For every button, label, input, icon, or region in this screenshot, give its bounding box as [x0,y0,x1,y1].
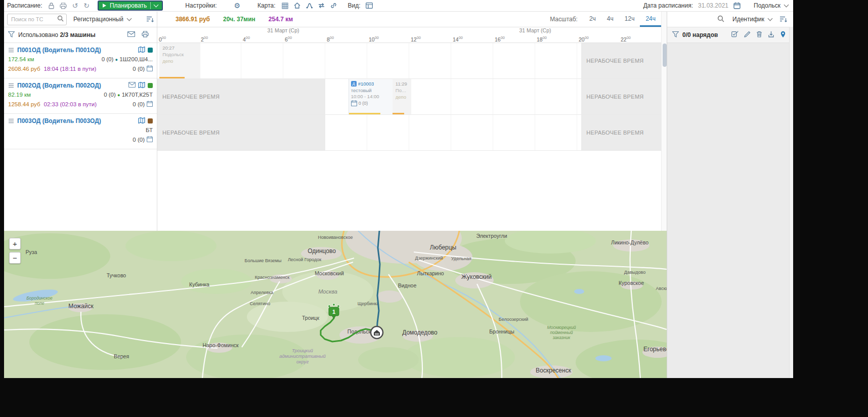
sort-icon[interactable] [780,16,787,22]
map-label: Видное [398,282,417,288]
order-type-badge: Д [351,81,357,87]
vehicle-search-input[interactable] [10,16,57,23]
schedule-label: Расписание: [7,2,42,9]
vehicle-color-badge [148,48,153,53]
vehicle-depot-count: 0 (0) [133,101,153,108]
timeline-date-header: 31 Март (Ср) [409,27,661,34]
scale-option-12ч[interactable]: 12ч [619,12,640,27]
vehicle-name-link[interactable]: П001ОД (Водитель П001ОД) [17,47,135,54]
totals-row: 3866.91 руб 20ч. 37мин 254.7 км Масштаб:… [157,12,661,27]
plan-button[interactable]: Планировать [98,1,163,11]
order-identifier-dropdown[interactable]: Идентифик [732,16,772,23]
scale-option-24ч[interactable]: 24ч [640,12,661,27]
drag-handle-icon[interactable] [8,118,14,123]
view-icon[interactable] [366,3,373,9]
order-block[interactable]: Д#10003тестовый10:00 - 14:000 (0) [349,79,393,114]
print-icon[interactable] [60,3,67,9]
vehicle-orders-tags: БТ [146,127,153,133]
timeline-hour-label: 1600 [495,35,505,43]
scrollbar-thumb[interactable] [663,44,667,67]
calendar-icon[interactable] [733,2,741,9]
schedule-date-value[interactable]: 31.03.2021 [698,2,728,9]
map-canvas[interactable]: РузаМожайскБородинскоеполеТучковоКубинка… [4,231,667,378]
timeline-hour-label: 1000 [369,35,379,43]
map-label: Авсюн [656,286,667,291]
branch-select[interactable]: Подольск [754,2,788,9]
map-label: Электроугли [476,233,507,239]
map-toolbar-label: Карта: [257,2,275,9]
search-icon[interactable] [57,15,64,23]
map-label: Воскресенск [536,367,572,374]
route-icon[interactable] [306,3,313,9]
map-label: Лесной Городок [288,257,321,262]
order-id-link[interactable]: #10003 [358,81,374,87]
trash-icon[interactable] [756,31,762,39]
map-icon[interactable] [138,82,145,90]
vehicle-name-link[interactable]: П003ОД (Водитель П003ОД) [17,117,135,124]
pin-icon[interactable] [780,31,786,39]
sort-icon[interactable] [147,16,154,22]
depot-marker[interactable] [371,326,383,339]
swap-icon[interactable] [318,3,325,9]
task-check-icon[interactable] [731,31,739,39]
calendar-icon [147,65,153,72]
home-icon[interactable] [294,3,300,9]
filter-icon[interactable] [672,31,679,39]
timeline-row: НЕРАБОЧЕЕ ВРЕМЯНЕРАБОЧЕЕ ВРЕМЯ [157,115,661,151]
redo-icon[interactable]: ↻ [83,2,90,9]
map-label: округ [296,359,309,364]
zoom-in-button[interactable]: + [9,238,21,249]
vehicle-time: 02:33 (02:03 в пути) [44,101,97,107]
envelope-icon[interactable] [127,31,135,38]
map-label: Люберцы [430,244,456,251]
map[interactable]: РузаМожайскБородинскоеполеТучковоКубинка… [4,231,667,378]
vertical-scrollbar[interactable] [661,12,667,231]
used-vehicles-text: Использовано 2/3 машины [18,31,96,38]
link-icon[interactable] [330,3,337,9]
scale-option-4ч[interactable]: 4ч [601,12,619,27]
map-label: Лыткарино [417,270,444,276]
drag-handle-icon[interactable] [8,83,14,88]
map-label: Ликино-Дулёво [611,239,648,245]
map-label: Бронницы [489,328,514,335]
orders-scrollbar[interactable] [789,27,793,378]
vehicle-row[interactable]: П002ОД (Водитель П002ОД)82.19 км0 (0) ● … [4,78,157,114]
filter-icon[interactable] [8,31,15,39]
map-label: пойменный [550,330,573,335]
map-icon[interactable] [138,117,145,125]
vehicle-orders-tags: 0 (0) ● 1Ш200,Ш4... [102,56,153,62]
lock-icon[interactable] [49,3,54,9]
envelope-icon[interactable] [128,82,136,89]
undo-icon[interactable]: ↺ [72,2,78,9]
grid-icon[interactable] [282,3,288,9]
gear-icon[interactable]: ⚙ [234,2,241,9]
timeline-hour-label: 1200 [411,35,421,43]
zoom-out-button[interactable]: − [9,252,21,264]
vehicle-row[interactable]: П003ОД (Водитель П003ОД)БТ0 (0) [4,114,157,149]
timeline-dates: 31 Март (Ср)31 Март (Ср) [157,27,661,34]
nonwork-block: НЕРАБОЧЕЕ ВРЕМЯ [581,43,661,78]
vehicle-group-dropdown[interactable]: Регистрационный [70,16,143,23]
search-icon[interactable] [717,15,724,24]
print-icon[interactable] [142,31,149,39]
map-label: Большие Вяземы [245,258,282,263]
scale-label: Масштаб: [550,16,578,23]
map-label: Куровское [619,280,644,286]
map-icon[interactable] [138,47,145,54]
chevron-down-icon[interactable] [154,2,159,7]
play-icon [103,4,106,8]
total-cost: 3866.91 руб [176,16,210,23]
vehicles-panel: Регистрационный Использовано 2/3 машины [4,12,157,231]
scale-options: 2ч4ч12ч24ч [584,12,661,27]
vehicle-name-link[interactable]: П002ОД (Водитель П002ОД) [17,82,125,89]
vehicle-row[interactable]: П001ОД (Водитель П001ОД)172.54 км0 (0) ●… [4,43,157,78]
map-label: Наро-Фоминск [202,342,239,348]
map-label: Бородинское [26,296,53,301]
order-title: тестовый [351,88,390,93]
import-icon[interactable] [768,31,774,39]
drag-handle-icon[interactable] [8,48,14,53]
settings-label: Настройки: [185,2,216,9]
scale-option-2ч[interactable]: 2ч [584,12,601,27]
chevron-down-icon [126,16,132,21]
pencil-icon[interactable] [744,31,751,39]
